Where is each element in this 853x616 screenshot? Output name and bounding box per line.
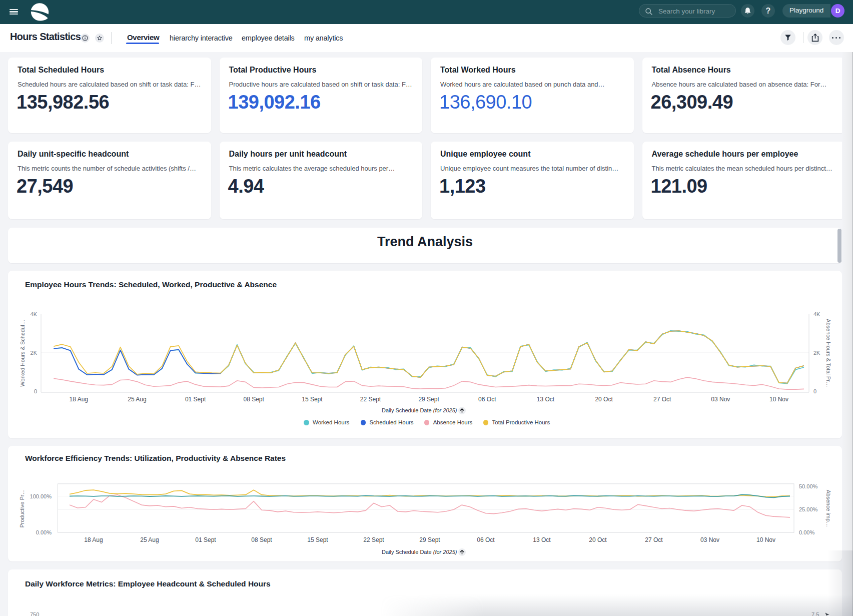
svg-text:27 Oct: 27 Oct (653, 395, 671, 402)
svg-text:03 Nov: 03 Nov (700, 536, 719, 543)
svg-text:10 Nov: 10 Nov (756, 536, 775, 543)
svg-text:01 Sept: 01 Sept (195, 536, 216, 543)
svg-text:4K: 4K (813, 311, 820, 317)
svg-text:Absence Hours & Total Pr…: Absence Hours & Total Pr… (825, 319, 831, 387)
svg-text:06 Oct: 06 Oct (478, 395, 496, 402)
svg-text:0: 0 (34, 388, 37, 394)
svg-text:50.00%: 50.00% (799, 483, 818, 489)
svg-text:Worked Hours & Schedul…: Worked Hours & Schedul… (20, 319, 26, 386)
svg-text:29 Sept: 29 Sept (419, 536, 440, 543)
svg-text:22 Sept: 22 Sept (363, 536, 384, 543)
svg-text:2K: 2K (813, 349, 820, 355)
svg-text:20 Oct: 20 Oct (589, 536, 607, 543)
svg-text:01 Sept: 01 Sept (185, 395, 206, 402)
svg-text:13 Oct: 13 Oct (533, 536, 551, 543)
svg-text:0.00%: 0.00% (799, 529, 814, 535)
svg-text:18 Aug: 18 Aug (84, 536, 103, 543)
svg-text:Absence imp…: Absence imp… (825, 490, 831, 527)
svg-text:27 Oct: 27 Oct (645, 536, 663, 543)
svg-text:4K: 4K (31, 311, 38, 317)
svg-text:100.00%: 100.00% (30, 493, 52, 499)
svg-text:10 Nov: 10 Nov (769, 395, 788, 402)
svg-text:13 Oct: 13 Oct (537, 395, 555, 402)
svg-text:15 Sept: 15 Sept (307, 536, 328, 543)
svg-text:0.00%: 0.00% (36, 529, 52, 535)
svg-text:25 Aug: 25 Aug (128, 395, 146, 402)
svg-text:Productive Pr…: Productive Pr… (19, 489, 25, 527)
svg-text:06 Oct: 06 Oct (477, 536, 495, 543)
svg-text:08 Sept: 08 Sept (251, 536, 272, 543)
svg-text:20 Oct: 20 Oct (595, 395, 613, 402)
svg-text:22 Sept: 22 Sept (360, 395, 381, 402)
svg-text:15 Sept: 15 Sept (302, 395, 323, 402)
svg-text:08 Sept: 08 Sept (244, 395, 265, 402)
svg-text:18 Aug: 18 Aug (70, 395, 88, 402)
svg-text:25 Aug: 25 Aug (140, 536, 159, 543)
svg-text:2K: 2K (31, 349, 38, 355)
svg-text:25.00%: 25.00% (799, 506, 818, 512)
svg-text:03 Nov: 03 Nov (711, 395, 730, 402)
svg-text:29 Sept: 29 Sept (418, 395, 439, 402)
svg-text:0: 0 (813, 388, 816, 394)
